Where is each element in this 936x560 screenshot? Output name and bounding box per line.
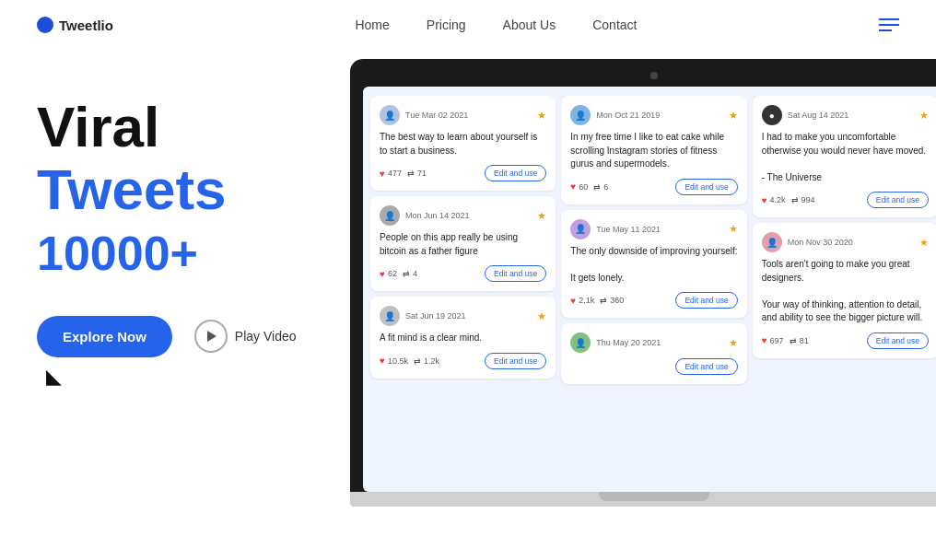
heart-icon: ♥ xyxy=(762,195,767,205)
avatar: 👤 xyxy=(762,232,782,252)
play-video-label: Play Video xyxy=(235,329,297,344)
heart-icon: ♥ xyxy=(380,169,385,179)
cursor-icon: ◣ xyxy=(46,365,332,389)
tweet-col-1: 👤 Tue Mar 02 2021 ★ The best way to lear… xyxy=(370,96,556,483)
avatar: 👤 xyxy=(570,219,591,239)
heart-icon: ♥ xyxy=(570,296,576,306)
tweet-date: Tue Mar 02 2021 xyxy=(405,111,532,120)
laptop-camera xyxy=(650,72,658,79)
nav-pricing[interactable]: Pricing xyxy=(427,18,466,32)
like-count: ♥ 2.1k xyxy=(570,296,594,306)
laptop-wrapper: 👤 Tue Mar 02 2021 ★ The best way to lear… xyxy=(350,59,936,507)
hero-left: Viral Tweets 10000+ Explore Now Play Vid… xyxy=(37,68,332,389)
hero-title-viral: Viral xyxy=(37,96,332,158)
like-count: ♥ 697 xyxy=(762,335,784,345)
tweet-col-2: 👤 Mon Oct 21 2019 ★ In my free time I li… xyxy=(561,96,746,483)
hero-actions: Explore Now Play Video xyxy=(37,316,332,357)
tweet-date: Mon Nov 30 2020 xyxy=(788,238,914,247)
like-count: ♥ 4.2k xyxy=(762,195,786,205)
laptop-screen: 👤 Tue Mar 02 2021 ★ The best way to lear… xyxy=(350,59,936,492)
retweet-count: ⇄ 994 xyxy=(791,195,815,204)
retweet-icon: ⇄ xyxy=(790,336,797,345)
edit-use-button[interactable]: Edit and use xyxy=(485,165,546,181)
hero-title-tweets: Tweets xyxy=(37,158,332,221)
star-icon: ★ xyxy=(537,110,546,122)
tweet-text: People on this app really be using bitco… xyxy=(380,231,546,258)
avatar: ● xyxy=(762,105,782,125)
hero-right: 👤 Tue Mar 02 2021 ★ The best way to lear… xyxy=(350,59,936,507)
tweet-date: Mon Oct 21 2019 xyxy=(596,111,722,120)
star-icon: ★ xyxy=(919,110,929,122)
nav-about[interactable]: About Us xyxy=(503,18,556,32)
tweet-header: 👤 Tue Mar 02 2021 ★ xyxy=(380,105,546,125)
hero-section: Viral Tweets 10000+ Explore Now Play Vid… xyxy=(0,50,936,507)
tweet-card: 👤 Sat Jun 19 2021 ★ A fit mind is a clea… xyxy=(370,297,556,379)
avatar: 👤 xyxy=(380,105,400,125)
retweet-count: ⇄ 1.2k xyxy=(414,356,439,366)
heart-icon: ♥ xyxy=(380,356,385,366)
avatar: 👤 xyxy=(380,306,400,326)
logo-icon xyxy=(37,17,53,33)
edit-use-button[interactable]: Edit and use xyxy=(485,265,546,282)
edit-use-button[interactable]: Edit and use xyxy=(867,332,929,349)
retweet-count: ⇄ 81 xyxy=(790,336,809,345)
tweet-card: 👤 Thu May 20 2021 ★ Edit and use xyxy=(561,323,746,384)
edit-use-button[interactable]: Edit and use xyxy=(675,292,737,309)
star-icon: ★ xyxy=(537,310,546,322)
edit-use-button[interactable]: Edit and use xyxy=(867,192,929,208)
retweet-icon: ⇄ xyxy=(403,269,410,278)
tweet-footer: ♥ 4.2k ⇄ 994 Edit and use xyxy=(762,192,929,208)
star-icon: ★ xyxy=(537,210,546,222)
star-icon: ★ xyxy=(729,110,738,122)
tweet-header: 👤 Mon Jun 14 2021 ★ xyxy=(380,205,546,226)
like-count: ♥ 10.5k xyxy=(380,356,408,366)
tweet-text: In my free time I like to eat cake while… xyxy=(570,131,737,171)
tweet-date: Sat Aug 14 2021 xyxy=(788,111,914,120)
retweet-count: ⇄ 6 xyxy=(593,182,608,192)
nav-contact[interactable]: Contact xyxy=(592,18,637,32)
like-count: ♥ 477 xyxy=(380,169,402,179)
logo-text: Tweetlio xyxy=(59,18,113,33)
nav-home[interactable]: Home xyxy=(355,18,389,32)
edit-use-button[interactable]: Edit and use xyxy=(675,358,737,375)
retweet-icon: ⇄ xyxy=(414,356,421,366)
screen-content: 👤 Tue Mar 02 2021 ★ The best way to lear… xyxy=(363,87,936,492)
navbar: Tweetlio Home Pricing About Us Contact xyxy=(0,0,936,50)
hero-count: 10000+ xyxy=(37,225,332,282)
star-icon: ★ xyxy=(919,237,929,249)
retweet-icon: ⇄ xyxy=(791,195,799,204)
tweet-text: A fit mind is a clear mind. xyxy=(380,332,546,345)
tweet-text: The best way to learn about yourself is … xyxy=(380,131,546,158)
logo: Tweetlio xyxy=(37,17,113,33)
tweet-footer: Edit and use xyxy=(570,358,737,375)
edit-use-button[interactable]: Edit and use xyxy=(675,179,737,195)
tweet-footer: ♥ 2.1k ⇄ 360 Edit and use xyxy=(570,292,737,309)
play-video-button[interactable]: Play Video xyxy=(194,320,297,353)
avatar: 👤 xyxy=(380,205,400,226)
tweet-footer: ♥ 60 ⇄ 6 Edit and use xyxy=(570,179,737,195)
tweet-text: The only downside of improving yourself:… xyxy=(570,245,737,286)
heart-icon: ♥ xyxy=(570,181,576,192)
retweet-count: ⇄ 360 xyxy=(600,296,624,305)
explore-now-button[interactable]: Explore Now xyxy=(37,316,172,357)
like-count: ♥ 62 xyxy=(380,269,397,279)
tweet-date: Thu May 20 2021 xyxy=(596,338,722,347)
play-triangle-icon xyxy=(207,331,216,342)
retweet-count: ⇄ 71 xyxy=(407,169,427,178)
tweet-header: 👤 Tue May 11 2021 ★ xyxy=(570,219,737,239)
tweet-header: ● Sat Aug 14 2021 ★ xyxy=(762,105,929,125)
tweet-text: Tools aren't going to make you great des… xyxy=(762,258,929,325)
star-icon: ★ xyxy=(729,223,738,235)
tweet-text: I had to make you uncomfortable otherwis… xyxy=(762,131,929,184)
avatar: 👤 xyxy=(570,332,591,353)
edit-use-button[interactable]: Edit and use xyxy=(485,353,546,369)
tweet-footer: ♥ 477 ⇄ 71 Edit and use xyxy=(380,165,546,181)
tweet-footer: ♥ 10.5k ⇄ 1.2k Edit and use xyxy=(380,353,546,369)
tweet-header: 👤 Mon Nov 30 2020 ★ xyxy=(762,232,929,252)
hamburger-menu[interactable] xyxy=(879,18,899,31)
retweet-icon: ⇄ xyxy=(600,296,607,305)
like-count: ♥ 60 xyxy=(570,181,588,192)
star-icon: ★ xyxy=(729,337,738,349)
tweet-card: 👤 Mon Oct 21 2019 ★ In my free time I li… xyxy=(561,96,746,204)
nav-links: Home Pricing About Us Contact xyxy=(355,17,637,33)
